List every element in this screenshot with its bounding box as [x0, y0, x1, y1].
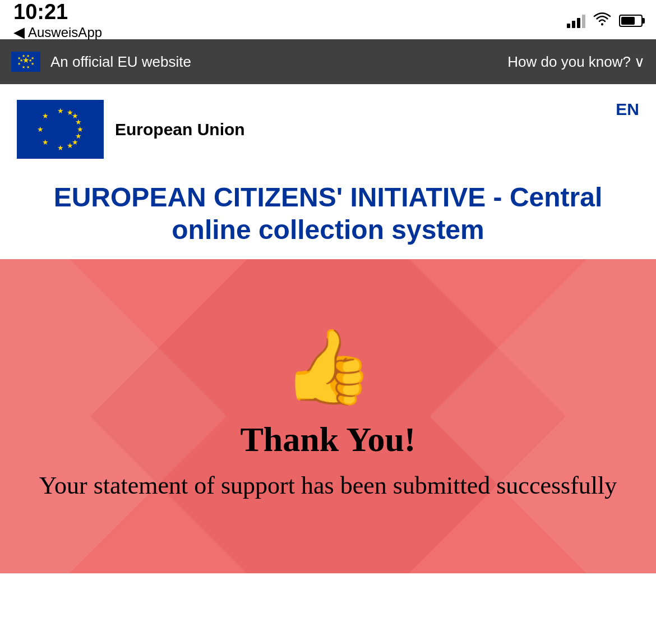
svg-text:★: ★ — [57, 144, 64, 152]
status-bar: 10:21 ◀ AusweisApp — [0, 0, 656, 39]
svg-text:★: ★ — [37, 125, 44, 134]
svg-text:★: ★ — [31, 62, 34, 66]
eu-banner-official-text: An official EU website — [50, 53, 497, 71]
wifi-icon — [593, 12, 611, 30]
svg-text:★: ★ — [20, 58, 23, 62]
svg-text:★ ★: ★ ★ — [22, 54, 30, 58]
signal-bars-icon — [567, 13, 585, 28]
svg-text:★: ★ — [67, 141, 73, 150]
svg-text:★: ★ — [42, 112, 49, 120]
page-header: ★ ★ ★ ★ ★ ★ ★ ★ ★ — [0, 84, 656, 170]
svg-text:★: ★ — [75, 118, 82, 126]
title-section: EUROPEAN CITIZENS' INITIATIVE - Central … — [0, 170, 656, 259]
diamond-decoration — [90, 259, 566, 573]
svg-text:★: ★ — [67, 108, 73, 117]
svg-text:★: ★ — [57, 107, 64, 115]
svg-text:★: ★ — [29, 58, 32, 62]
svg-point-0 — [601, 23, 603, 25]
eu-banner-how-text: How do you know? — [507, 53, 631, 71]
chevron-down-icon: ∨ — [634, 53, 645, 71]
eu-org-name: European Union — [115, 120, 245, 139]
page-title: EUROPEAN CITIZENS' INITIATIVE - Central … — [17, 181, 639, 246]
eu-banner-how-link[interactable]: How do you know? ∨ — [507, 53, 645, 71]
back-arrow-icon: ◀ — [13, 24, 25, 41]
thank-you-text: Thank You! — [240, 420, 415, 459]
status-left: 10:21 ◀ AusweisApp — [13, 1, 102, 42]
back-app-label: AusweisApp — [28, 25, 102, 40]
eu-flag-small: ★ ★ ★ ★ ★ ★ ★ ★ ★ ★ ★ — [11, 52, 40, 72]
success-banner: 👍 Thank You! Your statement of support h… — [0, 259, 656, 573]
eu-logo-area: ★ ★ ★ ★ ★ ★ ★ ★ ★ — [17, 100, 245, 159]
status-indicators — [567, 12, 643, 30]
eu-flag-large: ★ ★ ★ ★ ★ ★ ★ ★ ★ — [17, 100, 104, 159]
thumbs-up-icon: 👍 — [283, 330, 373, 403]
svg-text:★: ★ — [42, 138, 49, 146]
svg-text:★: ★ — [75, 132, 82, 140]
language-selector[interactable]: EN — [616, 100, 639, 119]
battery-icon — [619, 15, 643, 27]
eu-official-banner[interactable]: ★ ★ ★ ★ ★ ★ ★ ★ ★ ★ ★ An official EU web… — [0, 39, 656, 84]
back-navigation[interactable]: ◀ AusweisApp — [13, 24, 102, 41]
success-message: Your statement of support has been submi… — [39, 468, 617, 503]
svg-text:★: ★ — [17, 62, 21, 66]
svg-text:★ ★: ★ ★ — [22, 65, 30, 69]
time-display: 10:21 — [13, 1, 102, 24]
